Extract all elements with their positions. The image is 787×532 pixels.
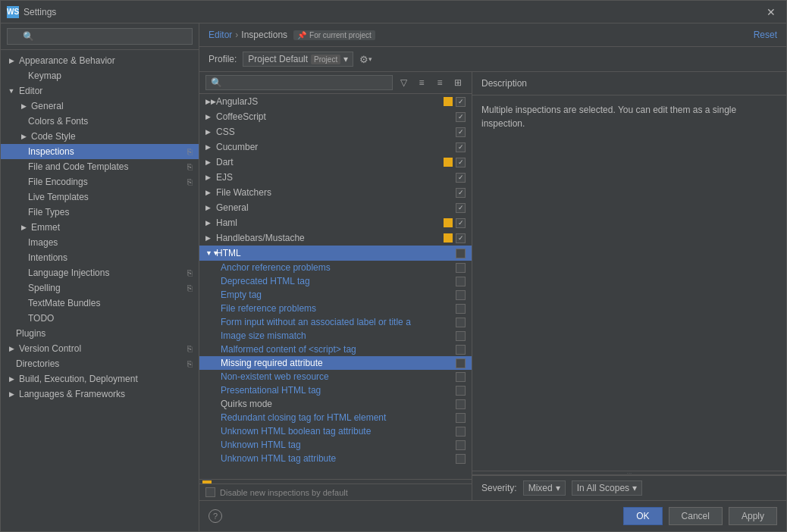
profile-select[interactable]: Project Default Project ▾ (243, 52, 353, 67)
sidebar-item-languages[interactable]: Languages & Frameworks (1, 386, 199, 402)
sidebar-item-intentions[interactable]: Intentions (1, 250, 199, 265)
insp-item-checkbox[interactable] (456, 386, 466, 396)
insp-item-checkbox[interactable] (456, 440, 466, 450)
insp-item-deprecated-html[interactable]: Deprecated HTML tag (199, 274, 472, 288)
insp-group-dart[interactable]: ▶ Dart (199, 155, 472, 170)
insp-group-html[interactable]: ▼ HTML (199, 246, 472, 261)
insp-group-label: CoffeeScript (216, 111, 456, 122)
insp-item-checkbox[interactable] (456, 263, 466, 273)
sidebar-item-lang-injections[interactable]: Language Injections ⎘ (1, 265, 199, 280)
sidebar-item-directories[interactable]: Directories ⎘ (1, 356, 199, 371)
sidebar-item-editor[interactable]: Editor (1, 83, 199, 99)
insp-checkbox[interactable] (456, 142, 466, 152)
sidebar-item-keymap[interactable]: Keymap (1, 68, 199, 83)
color-swatch (444, 158, 453, 167)
insp-checkbox[interactable] (456, 112, 466, 122)
insp-item-checkbox[interactable] (456, 372, 466, 382)
sidebar-item-file-encodings[interactable]: File Encodings ⎘ (1, 174, 199, 189)
sidebar-item-build[interactable]: Build, Execution, Deployment (1, 371, 199, 386)
sidebar-item-live-templates[interactable]: Live Templates (1, 189, 199, 205)
insp-group-ejs[interactable]: ▶ EJS (199, 170, 472, 185)
sidebar: Appearance & Behavior Keymap Editor Gene… (1, 23, 199, 531)
insp-item-image-size[interactable]: Image size mismatch (199, 329, 472, 343)
insp-item-checkbox[interactable] (456, 277, 466, 286)
insp-item-redundant-closing[interactable]: Redundant closing tag for HTML element (199, 411, 472, 424)
insp-item-checkbox[interactable] (456, 358, 466, 368)
insp-checkbox[interactable] (456, 233, 466, 243)
insp-item-checkbox[interactable] (456, 399, 466, 409)
scroll-thumb[interactable] (202, 480, 212, 483)
insp-item-anchor-ref[interactable]: Anchor reference problems (199, 261, 472, 274)
settings-button[interactable]: ⊞ (450, 75, 466, 90)
sidebar-item-todo[interactable]: TODO (1, 311, 199, 326)
insp-group-css[interactable]: ▶ CSS (199, 124, 472, 139)
filter-button[interactable]: ▽ (396, 75, 411, 90)
sidebar-item-code-style[interactable]: Code Style (1, 129, 199, 144)
sidebar-item-appearance[interactable]: Appearance & Behavior (1, 53, 199, 68)
insp-group-cucumber[interactable]: ▶ Cucumber (199, 139, 472, 155)
severity-select[interactable]: Mixed ▾ (523, 480, 566, 496)
sidebar-item-textmate[interactable]: TextMate Bundles (1, 296, 199, 311)
sidebar-item-version-control[interactable]: Version Control ⎘ (1, 341, 199, 356)
insp-item-checkbox[interactable] (456, 427, 466, 437)
insp-group-file-watchers[interactable]: ▶ File Watchers (199, 185, 472, 200)
scope-select[interactable]: In All Scopes ▾ (572, 480, 642, 496)
insp-group-coffeescript[interactable]: ▶ CoffeeScript (199, 109, 472, 124)
insp-checkbox[interactable] (456, 158, 466, 167)
insp-item-presentational-html[interactable]: Presentational HTML tag (199, 383, 472, 397)
color-swatch (444, 218, 453, 227)
reset-button[interactable]: Reset (754, 30, 777, 40)
insp-checkbox[interactable] (456, 218, 466, 228)
sidebar-item-file-types[interactable]: File Types (1, 205, 199, 220)
cancel-button[interactable]: Cancel (669, 507, 723, 525)
insp-item-checkbox[interactable] (456, 304, 466, 314)
insp-group-haml[interactable]: ▶ Haml (199, 215, 472, 230)
sidebar-item-images[interactable]: Images (1, 235, 199, 250)
insp-item-checkbox[interactable] (456, 331, 466, 341)
collapse-all-button[interactable]: ≡ (432, 75, 447, 90)
expand-all-button[interactable]: ≡ (414, 75, 429, 90)
insp-checkbox[interactable] (456, 97, 466, 107)
sidebar-item-emmet[interactable]: Emmet (1, 220, 199, 235)
gear-button[interactable]: ⚙ ▾ (359, 54, 372, 65)
insp-item-unknown-html-tag[interactable]: Unknown HTML tag (199, 438, 472, 452)
close-button[interactable]: ✕ (762, 5, 780, 20)
insp-item-checkbox[interactable] (456, 290, 466, 300)
sidebar-item-general[interactable]: General (1, 99, 199, 114)
insp-checkbox[interactable] (456, 188, 466, 198)
insp-item-non-existent-web[interactable]: Non-existent web resource (199, 370, 472, 383)
insp-item-checkbox[interactable] (456, 454, 466, 464)
insp-item-form-input[interactable]: Form input without an associated label o… (199, 315, 472, 329)
insp-item-unknown-boolean[interactable]: Unknown HTML boolean tag attribute (199, 424, 472, 438)
insp-checkbox[interactable] (456, 127, 466, 137)
insp-group-general[interactable]: ▶ General (199, 200, 472, 215)
insp-group-handlebars[interactable]: ▶ Handlebars/Mustache (199, 230, 472, 246)
insp-checkbox[interactable] (456, 249, 466, 258)
insp-item-unknown-html-attr[interactable]: Unknown HTML tag attribute (199, 452, 472, 465)
insp-item-file-ref[interactable]: File reference problems (199, 302, 472, 315)
arrow-icon: ▶ (205, 128, 216, 136)
breadcrumb-editor[interactable]: Editor (209, 30, 232, 40)
insp-item-empty-tag[interactable]: Empty tag (199, 288, 472, 302)
sidebar-item-inspections[interactable]: Inspections ⎘ (1, 144, 199, 159)
insp-checkbox[interactable] (456, 203, 466, 213)
inspection-search[interactable]: 🔍 (205, 75, 393, 90)
insp-item-missing-required[interactable]: Missing required attribute (199, 356, 472, 370)
sidebar-item-colors-fonts[interactable]: Colors & Fonts (1, 114, 199, 129)
disable-inspections-checkbox[interactable] (205, 487, 215, 497)
insp-item-checkbox[interactable] (456, 345, 466, 355)
sidebar-item-file-code-templates[interactable]: File and Code Templates ⎘ (1, 159, 199, 174)
insp-item-quirks-mode[interactable]: Quirks mode (199, 397, 472, 411)
ok-button[interactable]: OK (623, 507, 662, 525)
sidebar-search-input[interactable] (7, 28, 193, 45)
insp-item-checkbox[interactable] (456, 413, 466, 423)
insp-item-checkbox[interactable] (456, 318, 466, 327)
project-badge: 📌 For current project (293, 30, 375, 40)
apply-button[interactable]: Apply (729, 507, 777, 525)
insp-checkbox[interactable] (456, 173, 466, 183)
sidebar-item-spelling[interactable]: Spelling ⎘ (1, 280, 199, 296)
insp-item-malformed-content[interactable]: Malformed content of <script> tag (199, 343, 472, 356)
sidebar-item-plugins[interactable]: Plugins (1, 326, 199, 341)
help-button[interactable]: ? (209, 509, 222, 523)
insp-group-angularjs[interactable]: ▶ AngularJS (199, 94, 472, 109)
